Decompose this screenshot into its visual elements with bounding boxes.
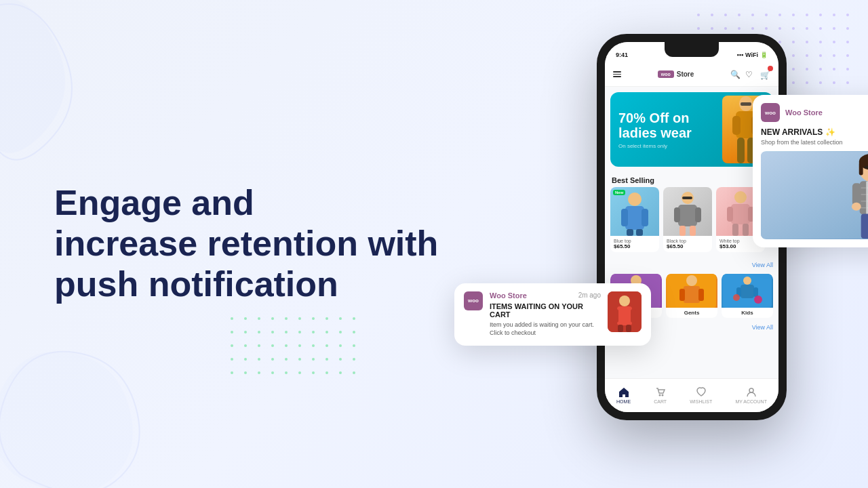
svg-rect-58 <box>865 166 868 169</box>
arrivals-notification[interactable]: woo Woo Store 2m ago NEW ARRIVALS ✨ Shop… <box>753 95 868 247</box>
arrivals-title: NEW ARRIVALS ✨ <box>761 127 868 137</box>
svg-point-7 <box>628 192 642 206</box>
banner-discount: 70% Off on ladies wear <box>618 110 692 140</box>
cart-notif-content: Woo Store 2m ago ITEMS WAITING ON YOUR C… <box>490 291 601 338</box>
app-header: woo Store 🔍 ♡ 🛒 <box>605 62 778 87</box>
svg-rect-24 <box>732 224 738 236</box>
svg-rect-34 <box>679 289 685 301</box>
svg-rect-50 <box>631 309 636 323</box>
svg-rect-54 <box>761 152 868 239</box>
svg-rect-38 <box>741 285 754 298</box>
app-name: Store <box>677 70 694 78</box>
nav-account-label: MY ACCOUNT <box>735 399 767 404</box>
product-price-1: $65.50 <box>614 243 656 249</box>
bottom-nav: HOME CART WISHLIST <box>605 378 778 412</box>
svg-point-43 <box>658 394 660 396</box>
wifi-icon: WiFi <box>745 52 758 58</box>
svg-rect-21 <box>731 204 750 224</box>
menu-icon[interactable] <box>613 71 621 77</box>
nav-account[interactable]: MY ACCOUNT <box>735 387 767 404</box>
svg-rect-51 <box>618 325 623 332</box>
svg-point-42 <box>754 296 762 304</box>
svg-rect-33 <box>684 286 700 303</box>
svg-point-32 <box>686 275 697 286</box>
svg-rect-10 <box>642 209 648 226</box>
svg-rect-11 <box>627 229 633 236</box>
svg-rect-9 <box>621 209 628 226</box>
cart-notif-time: 2m ago <box>578 291 601 299</box>
product-info-1: Blue top $65.50 <box>610 236 659 252</box>
product-price-2: $65.50 <box>667 243 709 249</box>
svg-point-20 <box>734 191 747 203</box>
svg-rect-40 <box>753 287 758 297</box>
bg-shape-bottom-left <box>0 339 149 488</box>
product-name-1: Blue top <box>614 239 656 243</box>
svg-rect-22 <box>727 207 733 222</box>
nav-cart[interactable]: CART <box>654 387 667 404</box>
promo-banner[interactable]: 70% Off on ladies wear On select items o… <box>610 92 773 167</box>
kids-image <box>722 274 773 308</box>
battery-icon: 🔋 <box>760 52 768 58</box>
svg-rect-72 <box>861 214 868 239</box>
banner-text-area: 70% Off on ladies wear On select items o… <box>610 102 700 157</box>
product-card-2[interactable]: Black top $65.50 <box>663 187 712 252</box>
svg-rect-48 <box>617 306 632 325</box>
bg-shape-left <box>0 0 108 190</box>
svg-rect-18 <box>679 226 686 236</box>
cart-notif-logo: woo <box>464 291 483 310</box>
cart-notif-body: Item you added is waiting on your cart. … <box>490 321 601 338</box>
product-name-2: Black top <box>667 239 709 243</box>
arrivals-store: Woo Store <box>785 108 823 117</box>
cart-notif-title: ITEMS WAITING ON YOUR CART <box>490 302 601 319</box>
svg-rect-19 <box>690 226 696 236</box>
arrivals-logo: woo <box>761 103 780 122</box>
best-selling-title: Best Selling <box>612 176 654 184</box>
nav-home[interactable]: HOME <box>616 387 631 404</box>
headline-line1: Engage and <box>54 183 254 222</box>
cart-notification[interactable]: woo Woo Store 2m ago ITEMS WAITING ON YO… <box>454 283 651 346</box>
product-image-1: New <box>610 187 659 236</box>
cart-badge <box>768 66 773 71</box>
product-info-2: Black top $65.50 <box>663 236 712 252</box>
header-icons: 🔍 ♡ 🛒 <box>730 68 770 81</box>
headline: Engage and increase retention with push … <box>54 183 438 304</box>
svg-rect-6 <box>741 102 751 106</box>
svg-rect-35 <box>698 289 704 301</box>
svg-rect-12 <box>636 229 643 236</box>
svg-rect-25 <box>743 224 749 236</box>
banner-sub: On select items only <box>618 143 692 149</box>
nav-wishlist[interactable]: WISHLIST <box>690 387 712 404</box>
category-gents[interactable]: Gents <box>666 274 717 318</box>
svg-rect-68 <box>852 183 861 205</box>
view-all-best-selling[interactable]: View All <box>605 258 778 274</box>
phone-container: 9:41 ▪▪▪ WiFi 🔋 woo Store 🔍 ♡ <box>597 34 793 434</box>
svg-rect-16 <box>674 207 680 222</box>
search-icon[interactable]: 🔍 <box>730 70 740 79</box>
cart-icon-wrap[interactable]: 🛒 <box>760 68 770 81</box>
svg-rect-17 <box>695 207 701 222</box>
product-badge-1: New <box>613 190 625 195</box>
cart-notif-thumbnail <box>608 291 642 332</box>
arrivals-image <box>761 151 868 239</box>
headline-line3: push notification <box>54 264 338 304</box>
woo-badge: woo <box>658 70 674 78</box>
svg-rect-14 <box>682 197 692 199</box>
woo-logo: woo Store <box>658 70 694 78</box>
svg-point-45 <box>749 388 753 392</box>
time-display: 9:41 <box>616 52 628 58</box>
product-price-3: $53.00 <box>719 243 762 249</box>
category-kids[interactable]: Kids <box>722 274 773 318</box>
svg-rect-8 <box>625 206 644 230</box>
product-image-2 <box>663 187 712 236</box>
gents-image <box>666 274 717 308</box>
svg-rect-4 <box>737 138 745 163</box>
view-all-trending[interactable]: View All <box>752 324 773 331</box>
headline-line2: increase retention with <box>54 224 438 263</box>
dot-grid-green: const greenGrid = document.querySelector… <box>231 317 361 380</box>
wishlist-icon[interactable]: ♡ <box>745 70 755 79</box>
nav-cart-label: CART <box>654 399 667 404</box>
svg-rect-52 <box>626 325 631 332</box>
svg-point-70 <box>852 203 861 211</box>
product-card-1[interactable]: New Blue top $ <box>610 187 659 252</box>
svg-point-37 <box>743 277 751 285</box>
